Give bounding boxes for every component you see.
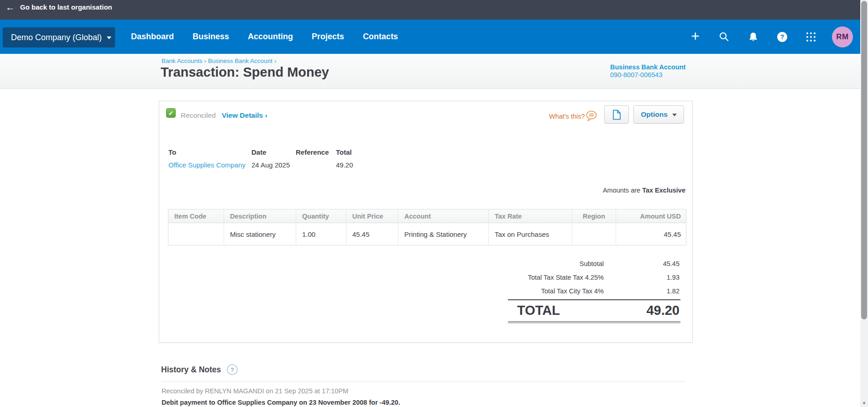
speech-bubble-icon[interactable] — [585, 110, 598, 124]
copy-transaction-button[interactable] — [604, 105, 629, 124]
amounts-note-prefix: Amounts are — [603, 187, 642, 194]
org-selector-label: Demo Company (Global) — [11, 33, 102, 42]
scroll-down-icon[interactable]: ▼ — [860, 401, 868, 406]
col-tax-rate: Tax Rate — [488, 209, 572, 223]
transaction-card: ✓ Reconciled View Details › What's this?… — [159, 101, 693, 343]
summary-date: 24 Aug 2025 — [251, 161, 290, 169]
nav-item-business[interactable]: Business — [193, 32, 229, 42]
grand-total-row: TOTAL 49.20 — [508, 302, 680, 320]
nav-icon-cluster: + ? RM — [691, 20, 853, 54]
document-icon — [612, 110, 621, 120]
cell-unit-price: 45.45 — [346, 223, 398, 245]
scrollbar-thumb[interactable] — [861, 1, 867, 319]
page-title: Transaction: Spend Money — [161, 65, 329, 80]
totals-section: Subtotal 45.45 Total Tax State Tax 4.25%… — [508, 257, 680, 323]
col-item-code: Item Code — [168, 209, 224, 223]
search-button[interactable] — [719, 31, 729, 42]
account-number: 090-8007-006543 — [610, 71, 685, 79]
org-selector[interactable]: Demo Company (Global) — [3, 27, 115, 47]
cell-amount: 45.45 — [616, 223, 687, 245]
history-notes-title: History & Notes — [161, 365, 221, 375]
chevron-down-icon — [672, 114, 677, 116]
col-description: Description — [224, 209, 296, 223]
apps-grid-icon — [806, 32, 816, 42]
page-header: Bank Accounts›Business Bank Account› Tra… — [0, 54, 868, 89]
breadcrumb-business-bank-account[interactable]: Business Bank Account — [208, 57, 272, 64]
cell-description: Misc stationery — [224, 223, 296, 245]
totals-double-rule — [508, 321, 680, 323]
main-nav: Demo Company (Global) Dashboard Business… — [0, 20, 868, 54]
table-row: Misc stationery 1.00 45.45 Printing & St… — [168, 223, 686, 245]
col-region: Region — [572, 209, 616, 223]
check-icon: ✓ — [168, 110, 174, 117]
summary-header-total: Total — [336, 148, 352, 156]
user-avatar[interactable]: RM — [832, 26, 853, 47]
nav-item-accounting[interactable]: Accounting — [248, 32, 293, 42]
summary-total: 49.20 — [336, 161, 353, 169]
nav-menu: Dashboard Business Accounting Projects C… — [131, 20, 398, 54]
contact-link[interactable]: Office Supplies Company — [168, 161, 246, 169]
city-tax-label: Total Tax City Tax 4% — [541, 284, 604, 298]
notifications-button[interactable] — [748, 32, 758, 42]
arrow-left-icon: ← — [5, 2, 15, 12]
totals-rule — [508, 299, 680, 300]
page: ← Go back to last organisation Demo Comp… — [0, 0, 868, 407]
nav-item-contacts[interactable]: Contacts — [363, 32, 398, 42]
cell-tax-rate: Tax on Purchases — [488, 223, 572, 245]
add-button[interactable]: + — [691, 30, 700, 43]
reconciled-checkbox[interactable]: ✓ — [166, 108, 176, 118]
view-details-link[interactable]: View Details › — [222, 111, 267, 120]
col-unit-price: Unit Price — [346, 209, 398, 223]
help-icon: ? — [777, 32, 787, 42]
history-entry-reconciled: Reconciled by RENLYN MAGANDI on 21 Sep 2… — [162, 387, 348, 395]
cell-account: Printing & Stationery — [398, 223, 488, 245]
breadcrumb-separator: › — [204, 57, 206, 64]
subtotal-label: Subtotal — [580, 257, 604, 271]
help-button[interactable]: ? — [777, 32, 787, 42]
go-back-link[interactable]: ← Go back to last organisation — [5, 0, 112, 14]
line-items-table: Item Code Description Quantity Unit Pric… — [168, 209, 686, 245]
search-icon — [719, 31, 729, 42]
amounts-note-bold: Tax Exclusive — [642, 187, 685, 194]
col-account: Account — [398, 209, 488, 223]
state-tax-label: Total Tax State Tax 4.25% — [528, 271, 604, 284]
cell-item-code — [168, 223, 224, 245]
nav-item-projects[interactable]: Projects — [312, 32, 344, 42]
history-entry-debit: Debit payment to Office Supplies Company… — [162, 399, 400, 406]
summary-header-reference: Reference — [296, 148, 329, 156]
cell-region — [572, 223, 616, 245]
breadcrumb-separator: › — [274, 57, 277, 64]
history-help-icon[interactable]: ? — [227, 364, 238, 375]
account-name-link[interactable]: Business Bank Account — [610, 63, 685, 71]
go-back-label: Go back to last organisation — [20, 3, 112, 11]
line-items-header-row: Item Code Description Quantity Unit Pric… — [168, 209, 686, 223]
amounts-note: Amounts are Tax Exclusive — [603, 187, 685, 194]
summary-header-to: To — [168, 148, 176, 156]
whats-this-link[interactable]: What's this? — [549, 113, 585, 120]
city-tax-row: Total Tax City Tax 4% 1.82 — [508, 284, 680, 298]
top-bar: ← Go back to last organisation — [0, 0, 868, 20]
vertical-scrollbar[interactable]: ▼ — [860, 0, 868, 407]
state-tax-value: 1.93 — [667, 271, 680, 284]
breadcrumb: Bank Accounts›Business Bank Account› — [162, 57, 278, 64]
plus-icon: + — [691, 29, 700, 43]
cell-quantity: 1.00 — [296, 223, 346, 245]
grand-total-label: TOTAL — [517, 303, 560, 318]
reconciled-label: Reconciled — [181, 111, 216, 120]
grand-total-value: 49.20 — [646, 303, 680, 318]
breadcrumb-bank-accounts[interactable]: Bank Accounts — [162, 57, 202, 64]
history-divider — [162, 381, 686, 382]
account-info: Business Bank Account 090-8007-006543 — [610, 63, 685, 79]
options-button[interactable]: Options — [633, 105, 684, 124]
state-tax-row: Total Tax State Tax 4.25% 1.93 — [508, 271, 680, 284]
nav-item-dashboard[interactable]: Dashboard — [131, 32, 174, 42]
bell-icon — [748, 32, 758, 42]
subtotal-row: Subtotal 45.45 — [508, 257, 680, 271]
caret-down-icon — [107, 37, 111, 39]
subtotal-value: 45.45 — [663, 257, 680, 271]
options-label: Options — [641, 110, 668, 119]
summary-header-date: Date — [251, 148, 267, 156]
col-amount-usd: Amount USD — [616, 209, 687, 223]
city-tax-value: 1.82 — [667, 284, 680, 298]
apps-button[interactable] — [806, 32, 816, 42]
